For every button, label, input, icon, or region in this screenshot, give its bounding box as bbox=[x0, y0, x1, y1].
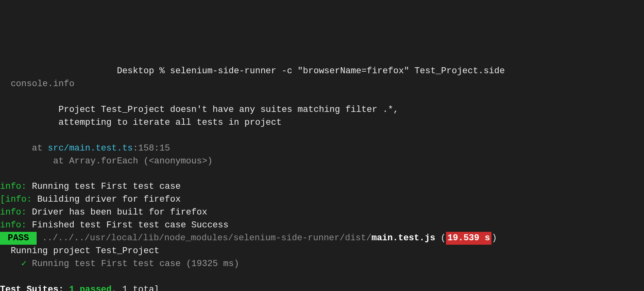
pass-line: PASS ../../../usr/local/lib/node_modules… bbox=[0, 233, 497, 243]
stack-at-line: at src/main.test.ts:158:15 bbox=[0, 143, 170, 153]
pass-path-file: main.test.js bbox=[372, 233, 435, 243]
stack-foreach-line: at Array.forEach (<anonymous>) bbox=[0, 156, 213, 166]
check-icon: ✓ bbox=[0, 259, 32, 269]
message-line-2: attempting to iterate all tests in proje… bbox=[0, 118, 282, 128]
log-line-3: info: Driver has been built for firefox bbox=[0, 207, 207, 217]
pass-badge: PASS bbox=[0, 232, 37, 245]
log-line-4: info: Finished test First test case Succ… bbox=[0, 220, 229, 230]
log-line-2: [info: Building driver for firefox bbox=[0, 194, 181, 204]
log-line-1: info: Running test First test case bbox=[0, 182, 181, 192]
running-project-line: Running project Test_Project bbox=[0, 246, 159, 256]
summary-suites: Test Suites: 1 passed, 1 total bbox=[0, 285, 159, 291]
pass-path-dim: ../../../usr/local/lib/node_modules/sele… bbox=[37, 233, 372, 243]
prompt-location: Desktop bbox=[117, 66, 154, 76]
prompt-command[interactable]: selenium-side-runner -c "browserName=fir… bbox=[170, 66, 505, 76]
terminal-output: Desktop % selenium-side-runner -c "brows… bbox=[0, 64, 644, 291]
prompt-line: Desktop % selenium-side-runner -c "brows… bbox=[0, 66, 505, 76]
prompt-sep: % bbox=[154, 66, 170, 76]
running-test-line: ✓ Running test First test case (19325 ms… bbox=[0, 259, 239, 269]
pass-time-badge: 19.539 s bbox=[446, 232, 492, 245]
message-line-1: Project Test_Project doesn't have any su… bbox=[0, 105, 398, 115]
stack-file-link[interactable]: src/main.test.ts bbox=[48, 143, 133, 153]
console-info-label: console.info bbox=[0, 79, 74, 89]
